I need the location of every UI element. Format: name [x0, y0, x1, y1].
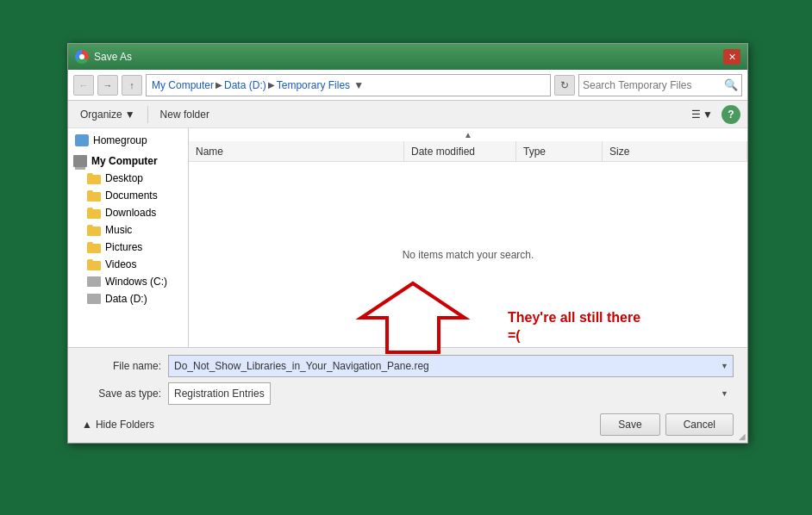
toolbar-separator	[147, 106, 148, 123]
file-name-input[interactable]	[168, 355, 734, 377]
sidebar-item-desktop[interactable]: Desktop	[68, 170, 188, 187]
view-button[interactable]: ☰ ▼	[686, 107, 718, 122]
documents-label: Documents	[105, 189, 158, 202]
file-name-input-wrapper	[168, 355, 734, 377]
search-input[interactable]	[579, 79, 721, 91]
folder-icon-pictures	[87, 242, 101, 253]
address-bar: ← → ↑ My Computer ▶ Data (D:) ▶ Temporar…	[68, 70, 747, 101]
new-folder-label: New folder	[160, 109, 209, 121]
windows-c-label: Windows (C:)	[105, 276, 167, 288]
sidebar-item-documents[interactable]: Documents	[68, 187, 188, 204]
videos-label: Videos	[105, 258, 136, 270]
hide-folders-button[interactable]: ▲ Hide Folders	[82, 419, 154, 431]
save-as-type-row: Save as type: Registration Entries	[82, 382, 734, 405]
folder-icon-documents	[87, 190, 101, 202]
breadcrumb-temporary-files[interactable]: Temporary Files	[277, 79, 350, 91]
dialog-buttons: Save Cancel	[600, 413, 734, 436]
view-dropdown-icon: ▼	[703, 109, 713, 121]
desktop-label: Desktop	[105, 172, 143, 184]
col-header-type[interactable]: Type	[516, 141, 603, 161]
folder-icon-music	[87, 225, 101, 236]
sidebar-item-music[interactable]: Music	[68, 221, 188, 239]
breadcrumb-dropdown[interactable]: ▼	[352, 75, 365, 96]
computer-icon	[73, 155, 87, 167]
organize-button[interactable]: Organize ▼	[75, 107, 141, 122]
bottom-bar: File name: Save as type: Registration En…	[68, 348, 747, 443]
save-button[interactable]: Save	[600, 413, 659, 436]
breadcrumb-bar: My Computer ▶ Data (D:) ▶ Temporary File…	[146, 74, 551, 96]
actions-row: ▲ Hide Folders Save Cancel	[82, 410, 734, 436]
dialog-title: Save As	[94, 51, 132, 63]
my-computer-label: My Computer	[91, 155, 158, 167]
back-button[interactable]: ←	[73, 75, 94, 96]
col-header-date[interactable]: Date modified	[404, 141, 516, 161]
save-as-type-label: Save as type:	[82, 388, 168, 400]
sidebar: Homegroup My Computer Desktop Documents …	[68, 128, 189, 347]
file-name-row: File name:	[82, 355, 734, 377]
folder-icon-desktop	[87, 173, 101, 184]
homegroup-label: Homegroup	[93, 134, 147, 146]
breadcrumb-sep-1: ▶	[215, 80, 222, 90]
organize-label: Organize	[80, 109, 122, 121]
resize-handle[interactable]: ◢	[739, 432, 746, 441]
chrome-icon	[75, 50, 89, 64]
hide-folders-label: Hide Folders	[96, 419, 154, 431]
file-name-label: File name:	[82, 360, 168, 372]
forward-button[interactable]: →	[97, 75, 118, 96]
new-folder-button[interactable]: New folder	[155, 107, 215, 122]
up-button[interactable]: ↑	[122, 75, 142, 96]
sidebar-item-downloads[interactable]: Downloads	[68, 204, 188, 221]
search-box: 🔍	[578, 74, 742, 96]
sidebar-item-my-computer[interactable]: My Computer	[68, 152, 188, 170]
content-area: Homegroup My Computer Desktop Documents …	[68, 128, 747, 348]
title-bar: Save As ✕	[68, 44, 747, 70]
sidebar-item-windows-c[interactable]: Windows (C:)	[68, 273, 188, 290]
breadcrumb-sep-2: ▶	[268, 80, 275, 90]
organize-dropdown-icon: ▼	[125, 109, 135, 121]
drive-icon-c	[87, 276, 101, 287]
view-icon: ☰	[691, 109, 701, 121]
sidebar-item-homegroup[interactable]: Homegroup	[68, 132, 188, 149]
folder-icon-downloads	[87, 208, 101, 219]
help-button[interactable]: ?	[721, 105, 740, 124]
title-bar-left: Save As	[75, 50, 132, 64]
downloads-label: Downloads	[105, 207, 156, 219]
sidebar-item-pictures[interactable]: Pictures	[68, 239, 188, 256]
cancel-button[interactable]: Cancel	[665, 413, 734, 436]
homegroup-icon	[75, 134, 89, 146]
refresh-button[interactable]: ↻	[554, 75, 575, 96]
music-label: Music	[105, 224, 132, 236]
pictures-label: Pictures	[105, 241, 142, 253]
breadcrumb-my-computer[interactable]: My Computer	[152, 79, 214, 91]
file-list-header: Name Date modified Type Size	[189, 141, 747, 162]
sidebar-item-videos[interactable]: Videos	[68, 256, 188, 273]
save-as-dialog: Save As ✕ ← → ↑ My Computer ▶ Data (D:) …	[67, 43, 748, 444]
search-icon: 🔍	[721, 75, 741, 96]
save-as-type-select[interactable]: Registration Entries	[168, 382, 271, 405]
data-d-label: Data (D:)	[105, 293, 147, 305]
desktop: Save As ✕ ← → ↑ My Computer ▶ Data (D:) …	[0, 0, 812, 515]
empty-message: No items match your search.	[189, 162, 747, 347]
breadcrumb-data-d[interactable]: Data (D:)	[224, 79, 266, 91]
toolbar: Organize ▼ New folder ☰ ▼ ?	[68, 101, 747, 128]
col-header-size[interactable]: Size	[603, 141, 747, 161]
hide-folders-icon: ▲	[82, 419, 92, 431]
col-header-name[interactable]: Name	[189, 141, 404, 161]
file-list: ▲ Name Date modified Type Size No items …	[189, 128, 747, 347]
folder-icon-videos	[87, 259, 101, 270]
close-button[interactable]: ✕	[723, 49, 740, 65]
sidebar-item-data-d[interactable]: Data (D:)	[68, 290, 188, 307]
drive-icon-d	[87, 294, 101, 304]
save-as-type-select-wrapper: Registration Entries	[168, 382, 734, 405]
title-bar-controls: ✕	[723, 49, 740, 65]
scroll-up-arrow[interactable]: ▲	[189, 128, 747, 141]
